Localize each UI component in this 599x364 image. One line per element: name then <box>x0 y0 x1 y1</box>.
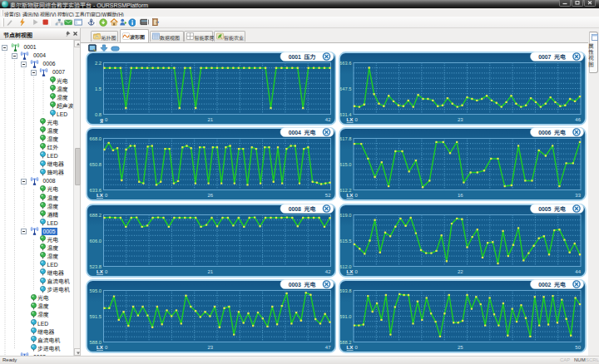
svg-text:46: 46 <box>575 117 581 122</box>
svg-text:591.0: 591.0 <box>339 314 352 319</box>
svg-text:44: 44 <box>575 269 581 274</box>
svg-text:615.5: 615.5 <box>339 238 352 243</box>
svg-text:650.8: 650.8 <box>89 162 101 167</box>
svg-text:0008 光电: 0008 光电 <box>288 204 315 212</box>
svg-text:42: 42 <box>324 117 330 122</box>
svg-text:23: 23 <box>458 117 463 122</box>
svg-text:LX: LX <box>347 192 354 198</box>
svg-text:LX: LX <box>347 116 354 122</box>
svg-text:23: 23 <box>207 345 213 350</box>
svg-text:52: 52 <box>324 193 330 198</box>
svg-text:0003 光电: 0003 光电 <box>288 280 315 288</box>
svg-text:619.0: 619.0 <box>339 212 352 217</box>
svg-text:LX: LX <box>97 344 104 350</box>
svg-text:42: 42 <box>324 269 330 274</box>
svg-text:0005 光电: 0005 光电 <box>538 204 566 212</box>
svg-text:33: 33 <box>575 193 581 198</box>
svg-text:22: 22 <box>458 269 463 274</box>
svg-text:LX: LX <box>97 192 104 198</box>
svg-text:663.6: 663.6 <box>339 61 352 66</box>
svg-text:47: 47 <box>324 345 330 350</box>
svg-text:g: g <box>100 116 103 122</box>
svg-text:0004 光电: 0004 光电 <box>288 128 315 136</box>
svg-text:0001 压力: 0001 压力 <box>288 52 315 61</box>
svg-text:606.0: 606.0 <box>89 238 101 243</box>
svg-text:0006 光电: 0006 光电 <box>538 128 566 136</box>
svg-text:50: 50 <box>575 345 581 350</box>
svg-text:0007 光电: 0007 光电 <box>538 52 566 61</box>
svg-text:1.5: 1.5 <box>94 86 101 91</box>
svg-text:26: 26 <box>207 193 213 198</box>
svg-text:647.5: 647.5 <box>339 86 352 91</box>
svg-text:LX: LX <box>97 268 104 274</box>
svg-text:668.0: 668.0 <box>89 136 101 141</box>
svg-text:688.2: 688.2 <box>89 212 101 217</box>
svg-text:LX: LX <box>347 344 354 350</box>
svg-text:16: 16 <box>458 193 463 198</box>
svg-text:21: 21 <box>207 269 213 274</box>
svg-text:LX: LX <box>347 268 354 274</box>
svg-text:615.0: 615.0 <box>339 162 352 167</box>
svg-text:617.8: 617.8 <box>339 136 352 141</box>
svg-text:591.5: 591.5 <box>89 314 101 319</box>
svg-text:0002 光电: 0002 光电 <box>538 280 566 288</box>
svg-text:593.8: 593.8 <box>339 288 352 293</box>
svg-text:25: 25 <box>458 345 463 350</box>
svg-text:2.2: 2.2 <box>94 61 101 66</box>
svg-text:595.0: 595.0 <box>89 288 101 293</box>
svg-text:21: 21 <box>207 117 213 122</box>
